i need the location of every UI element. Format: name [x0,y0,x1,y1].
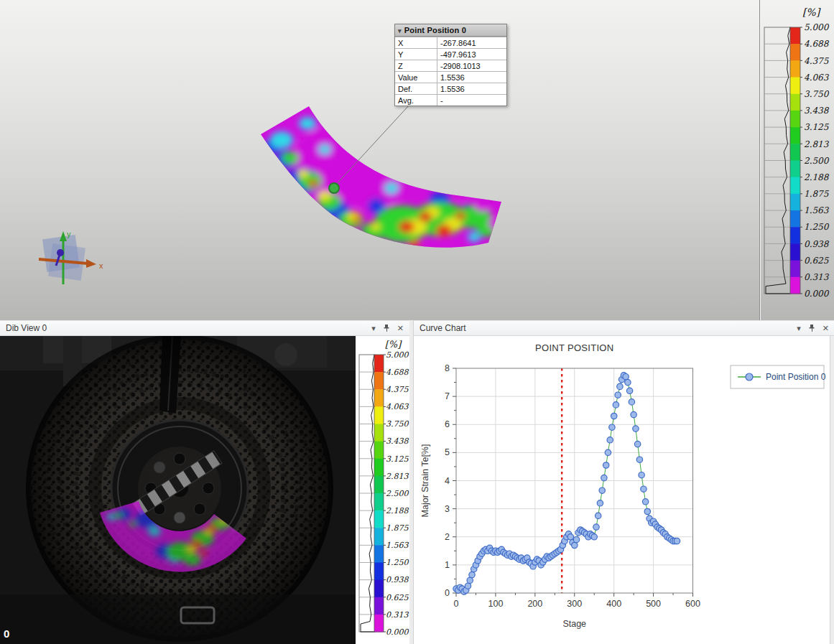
orientation-triad: y x [39,230,103,284]
strain-map-surface[interactable] [261,106,506,248]
stage-number-label: 0 [4,627,9,640]
svg-text:3: 3 [445,504,450,514]
curve-chart-title: Curve Chart [420,323,797,333]
svg-text:1.250: 1.250 [386,558,409,567]
table-row: Def.1.5536 [395,83,506,95]
svg-text:1.563: 1.563 [386,541,409,550]
table-row: Y-497.9613 [395,49,506,60]
svg-text:3.438: 3.438 [804,106,830,116]
dib-view-panel: Dib View 0 ▾ ✕ [0,320,409,644]
svg-text:400: 400 [606,599,621,609]
y-axis-label: Major Strain Te[%] [420,444,430,518]
strain-color-scale-3d: [%]5.0004.6884.3754.0633.7503.4383.1252.… [759,0,834,320]
svg-text:3.438: 3.438 [386,437,409,446]
svg-text:3.750: 3.750 [386,419,409,429]
panel-menu-icon[interactable]: ▾ [371,325,376,332]
3d-view-panel[interactable]: y x ▾Point Position 0 X-267.8641 Y-497.9… [0,0,834,321]
point-position-tooltip[interactable]: ▾Point Position 0 X-267.8641 Y-497.9613 … [394,24,507,106]
svg-text:[%]: [%] [802,6,821,18]
svg-text:500: 500 [646,599,661,609]
svg-text:2: 2 [445,532,450,542]
svg-text:100: 100 [488,599,503,609]
svg-text:[%]: [%] [385,339,402,350]
svg-text:1.250: 1.250 [804,222,830,232]
selected-point-marker[interactable] [329,183,339,193]
svg-text:4.375: 4.375 [804,56,830,66]
svg-text:0.625: 0.625 [804,256,830,266]
pin-icon[interactable] [383,324,390,332]
close-icon[interactable]: ✕ [397,325,404,332]
triad-y-label: y [67,230,71,238]
svg-text:200: 200 [527,599,542,609]
svg-text:3.750: 3.750 [804,89,830,99]
svg-text:4.688: 4.688 [386,368,409,377]
table-row: X-267.8641 [395,37,506,49]
svg-text:2.500: 2.500 [804,156,830,166]
svg-text:4.375: 4.375 [386,385,409,394]
svg-text:1.875: 1.875 [804,189,830,199]
dib-view-title: Dib View 0 [6,323,371,333]
svg-text:5.000: 5.000 [804,22,830,32]
panel-menu-icon[interactable]: ▾ [797,325,801,332]
curve-chart-body: 0100200300400500600012345678POINT POSITI… [414,336,834,644]
svg-text:6: 6 [445,419,450,429]
svg-text:5: 5 [445,447,450,457]
svg-text:0: 0 [454,599,459,609]
svg-text:4.063: 4.063 [386,402,409,411]
svg-text:4: 4 [445,476,450,486]
svg-text:1.875: 1.875 [386,523,409,533]
svg-text:1: 1 [445,560,450,570]
camera-image[interactable] [0,336,356,644]
svg-text:5.000: 5.000 [386,350,409,360]
svg-text:0.938: 0.938 [804,239,830,249]
chart-title: POINT POSITION [535,342,613,353]
strain-color-scale-dib: [%]5.0004.6884.3754.0633.7503.4383.1252.… [356,336,409,644]
svg-text:300: 300 [567,599,582,609]
svg-text:7: 7 [445,391,450,401]
pin-icon[interactable] [808,324,815,332]
svg-text:0: 0 [445,588,450,598]
tooltip-header[interactable]: ▾Point Position 0 [395,24,506,37]
svg-text:3.125: 3.125 [804,122,830,132]
svg-text:2.813: 2.813 [804,139,830,149]
svg-text:0.000: 0.000 [386,627,409,637]
svg-text:4.688: 4.688 [804,39,830,49]
svg-text:Point Position 0: Point Position 0 [766,372,826,382]
curve-chart-header[interactable]: Curve Chart ▾ ✕ [414,320,834,336]
svg-text:1.563: 1.563 [804,205,830,215]
dib-view-header[interactable]: Dib View 0 ▾ ✕ [0,320,409,336]
svg-text:4.063: 4.063 [804,73,830,83]
svg-text:2.188: 2.188 [386,506,409,515]
table-row: Z-2908.1013 [395,60,506,72]
svg-text:0.938: 0.938 [386,575,409,584]
svg-text:3.125: 3.125 [386,454,409,464]
scrollbar-strip[interactable] [830,336,834,644]
chart-legend[interactable]: Point Position 0 [731,365,826,388]
curve-chart-panel: Curve Chart ▾ ✕ 010020030040050060001234… [413,320,834,644]
dib-view-body[interactable]: 0 [%]5.0004.6884.3754.0633.7503.4383.125… [0,336,409,644]
svg-text:0.625: 0.625 [386,593,409,602]
triad-x-label: x [99,261,103,270]
svg-text:2.500: 2.500 [386,489,409,498]
application-window: y x ▾Point Position 0 X-267.8641 Y-497.9… [0,0,834,644]
close-icon[interactable]: ✕ [823,325,829,332]
svg-text:0.313: 0.313 [804,272,830,282]
tooltip-title: Point Position 0 [404,26,466,34]
svg-text:600: 600 [685,599,700,609]
svg-text:2.188: 2.188 [804,172,830,182]
table-row: Avg.- [395,95,506,106]
svg-text:2.813: 2.813 [386,472,409,481]
collapse-triangle-icon[interactable]: ▾ [398,27,402,34]
strain-curve-chart[interactable]: 0100200300400500600012345678POINT POSITI… [414,336,834,644]
svg-text:0.000: 0.000 [804,289,830,299]
x-axis-label: Stage [562,619,586,629]
svg-text:0.313: 0.313 [386,610,409,620]
tooltip-table: X-267.8641 Y-497.9613 Z-2908.1013 Value1… [395,37,506,106]
svg-text:8: 8 [445,363,450,373]
table-row: Value1.5536 [395,72,506,83]
